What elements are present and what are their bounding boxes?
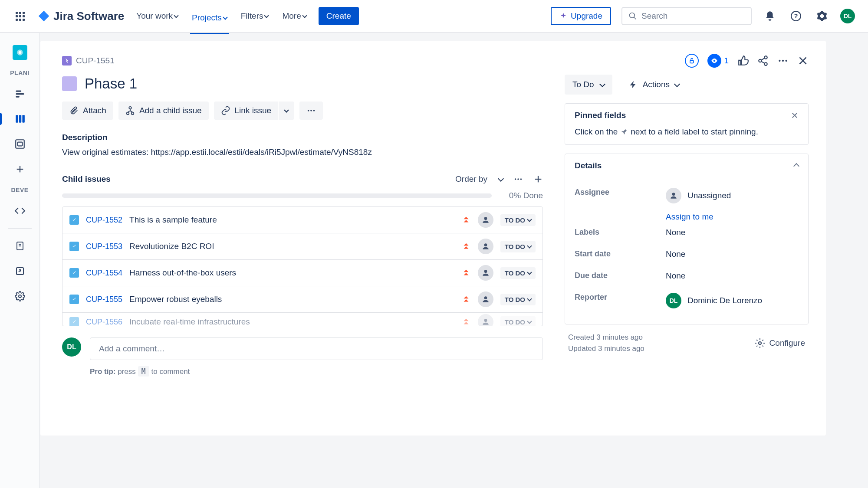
- child-issue-key[interactable]: CUP-1553: [86, 242, 122, 251]
- child-issue-row[interactable]: CUP-1553 Revolutionize B2C ROI TO DO: [62, 233, 542, 260]
- child-assignee-avatar[interactable]: [478, 291, 493, 307]
- svg-rect-11: [22, 115, 24, 122]
- svg-point-38: [313, 110, 315, 111]
- child-issue-key[interactable]: CUP-1554: [86, 269, 122, 278]
- user-avatar[interactable]: DL: [840, 9, 855, 23]
- pinned-fields-panel: Pinned fields Click on the next to a fie…: [565, 103, 809, 145]
- sidebar-backlog[interactable]: [12, 136, 28, 152]
- pin-icon: [620, 128, 628, 136]
- child-issue-row[interactable]: CUP-1555 Empower robust eyeballs TO DO: [62, 286, 542, 313]
- comment-input[interactable]: Add a comment…: [90, 337, 543, 360]
- unassigned-avatar-icon: [666, 188, 681, 203]
- child-issue-list: CUP-1552 This is a sample feature TO DO …: [62, 206, 543, 326]
- details-collapse-icon[interactable]: [794, 161, 799, 170]
- nav-more[interactable]: More: [280, 8, 308, 24]
- link-issue-dropdown[interactable]: [279, 102, 294, 120]
- share-icon[interactable]: [757, 55, 769, 66]
- sidebar-board[interactable]: [12, 111, 28, 127]
- details-header[interactable]: Details: [565, 154, 808, 177]
- progress-label: 0% Done: [509, 191, 543, 200]
- child-status-dropdown[interactable]: TO DO: [500, 316, 536, 326]
- priority-highest-icon: [461, 242, 471, 251]
- child-more-icon[interactable]: [513, 174, 523, 184]
- child-assignee-avatar[interactable]: [478, 212, 493, 228]
- sidebar-add[interactable]: [12, 161, 28, 177]
- more-actions-button[interactable]: [299, 102, 323, 120]
- sidebar-settings[interactable]: [12, 288, 28, 304]
- nav-your-work[interactable]: Your work: [135, 8, 180, 24]
- upgrade-button[interactable]: Upgrade: [551, 7, 611, 25]
- assignee-value[interactable]: Unassigned: [666, 188, 799, 203]
- sidebar-code[interactable]: [12, 203, 28, 219]
- epic-color-swatch[interactable]: [62, 76, 77, 91]
- child-issue-row[interactable]: CUP-1554 Harness out-of-the-box users TO…: [62, 260, 542, 286]
- svg-rect-10: [19, 115, 21, 122]
- child-issue-row[interactable]: CUP-1556 Incubate real-time infrastructu…: [62, 313, 542, 326]
- sidebar-roadmap[interactable]: [12, 86, 28, 102]
- child-assignee-avatar[interactable]: [478, 314, 493, 326]
- svg-rect-8: [16, 96, 20, 97]
- task-icon: [69, 215, 79, 225]
- assign-to-me-link[interactable]: Assign to me: [666, 212, 799, 222]
- svg-point-30: [785, 60, 787, 62]
- add-child-button[interactable]: Add a child issue: [118, 102, 209, 120]
- svg-point-5: [18, 51, 21, 54]
- vote-icon[interactable]: [737, 55, 749, 66]
- child-issue-key[interactable]: CUP-1552: [86, 216, 122, 225]
- reporter-label: Reporter: [575, 293, 666, 308]
- sidebar-pages[interactable]: [12, 238, 28, 254]
- child-issue-key[interactable]: CUP-1555: [86, 295, 122, 304]
- pinned-hint: Click on the next to a field label to st…: [565, 127, 808, 144]
- sidebar-shortcut[interactable]: [12, 263, 28, 279]
- assignee-label: Assignee: [575, 188, 666, 203]
- child-assignee-avatar[interactable]: [478, 239, 493, 254]
- child-status-dropdown[interactable]: TO DO: [500, 241, 536, 252]
- nav-filters[interactable]: Filters: [239, 8, 270, 24]
- add-child-icon[interactable]: [533, 174, 543, 184]
- child-status-dropdown[interactable]: TO DO: [500, 294, 536, 305]
- notifications-icon[interactable]: [762, 8, 778, 24]
- due-date-value[interactable]: None: [666, 271, 685, 281]
- close-icon[interactable]: [797, 55, 809, 66]
- search-input[interactable]: Search: [621, 7, 752, 25]
- create-button[interactable]: Create: [319, 7, 359, 25]
- issue-modal: CUP-1551 1 Phase 1 Attach: [40, 41, 826, 436]
- svg-rect-6: [16, 90, 21, 92]
- protip-text: Pro tip: press M to comment: [90, 367, 543, 376]
- status-dropdown[interactable]: To Do: [565, 75, 612, 95]
- pinned-fields-title: Pinned fields: [575, 111, 626, 120]
- child-status-dropdown[interactable]: TO DO: [500, 214, 536, 226]
- link-issue-button[interactable]: Link issue: [214, 102, 279, 120]
- description-label: Description: [62, 133, 543, 142]
- app-launcher-icon[interactable]: [13, 9, 27, 23]
- reporter-value[interactable]: DL Dominic De Lorenzo: [666, 293, 799, 308]
- svg-point-46: [484, 270, 487, 273]
- order-by-dropdown[interactable]: Order by: [455, 174, 503, 184]
- project-icon[interactable]: [13, 45, 27, 60]
- help-icon[interactable]: ?: [788, 8, 804, 24]
- pinned-close-icon[interactable]: [791, 111, 799, 119]
- svg-point-28: [779, 60, 780, 62]
- breadcrumb[interactable]: CUP-1551: [62, 56, 115, 66]
- more-icon[interactable]: [777, 55, 789, 66]
- eye-icon: [707, 54, 721, 68]
- svg-point-25: [764, 62, 767, 66]
- actions-dropdown[interactable]: Actions: [621, 75, 687, 95]
- child-assignee-avatar[interactable]: [478, 265, 493, 281]
- labels-value[interactable]: None: [666, 228, 685, 237]
- child-status-dropdown[interactable]: TO DO: [500, 267, 536, 279]
- child-issue-row[interactable]: CUP-1552 This is a sample feature TO DO: [62, 207, 542, 233]
- priority-highest-icon: [461, 268, 471, 278]
- lock-icon[interactable]: [685, 54, 699, 68]
- jira-logo[interactable]: Jira Software: [38, 10, 124, 23]
- nav-projects[interactable]: Projects: [190, 10, 229, 34]
- issue-title[interactable]: Phase 1: [85, 75, 137, 92]
- svg-point-35: [132, 112, 134, 115]
- configure-button[interactable]: Configure: [755, 338, 805, 348]
- description-text[interactable]: View original estimates: https://app.est…: [62, 147, 543, 157]
- watch-button[interactable]: 1: [707, 54, 729, 68]
- child-issue-key[interactable]: CUP-1556: [86, 318, 122, 326]
- attach-button[interactable]: Attach: [62, 102, 113, 120]
- start-date-value[interactable]: None: [666, 249, 685, 259]
- settings-icon[interactable]: [814, 8, 830, 24]
